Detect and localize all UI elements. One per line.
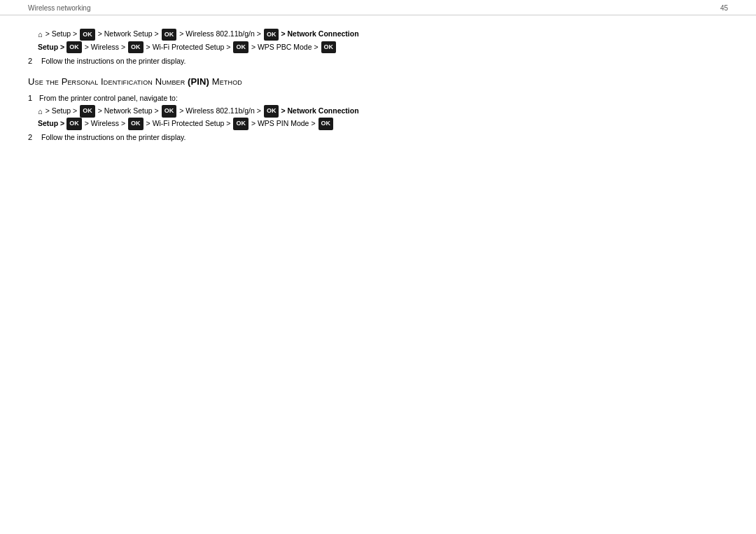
ok-badge-14: OK <box>318 118 334 129</box>
nav-network-connection-1: > Network Connection <box>281 28 358 41</box>
section1-step2-num: 2 <box>28 57 36 65</box>
heading-method: Method <box>212 76 242 87</box>
ok-badge-4: OK <box>66 41 82 53</box>
section2-step1-text: From the printer control panel, navigate… <box>39 94 178 102</box>
section2-breadcrumb-line1: ⌂ > Setup > OK > Network Setup > OK > Wi… <box>38 105 728 118</box>
heading-pin: (PIN) <box>188 76 212 87</box>
page-number: 45 <box>720 4 728 12</box>
ok-badge-11: OK <box>66 118 82 129</box>
section1-breadcrumb-block: ⌂ > Setup > OK > Network Setup > OK > Wi… <box>38 28 728 54</box>
section1-breadcrumb-line2: Setup > OK > Wireless > OK > Wi-Fi Prote… <box>38 41 728 54</box>
nav-wifi-protected-2: > Wi-Fi Protected Setup > <box>146 118 231 130</box>
section2-follow-text: Follow the instructions on the printer d… <box>41 133 186 141</box>
page-content: ⌂ > Setup > OK > Network Setup > OK > Wi… <box>0 15 756 155</box>
section2-breadcrumb-line2: Setup > OK > Wireless > OK > Wi-Fi Prote… <box>38 118 728 130</box>
ok-badge-1: OK <box>80 29 95 41</box>
page-header: Wireless networking 45 <box>0 0 756 15</box>
section1-step2-line: 2 Follow the instructions on the printer… <box>28 57 728 65</box>
nav-setup-bold-1: Setup > <box>38 41 64 54</box>
home-icon-1: ⌂ <box>38 28 43 41</box>
section2-breadcrumb-block: ⌂ > Setup > OK > Network Setup > OK > Wi… <box>38 105 728 131</box>
section2-step1: 1 From the printer control panel, naviga… <box>28 94 728 102</box>
section2-step1-num: 1 <box>28 94 36 102</box>
ok-badge-12: OK <box>128 118 144 129</box>
ok-badge-13: OK <box>233 118 248 129</box>
nav-arrow-1: > Setup > <box>46 28 78 41</box>
nav-wireless-3: > Wireless 802.11b/g/n > <box>179 105 261 118</box>
ok-badge-8: OK <box>80 105 95 117</box>
nav-wps-pin-2: > WPS PIN Mode > <box>251 118 316 130</box>
section2-step2-num: 2 <box>28 133 36 141</box>
nav-wireless-2: > Wireless > <box>85 41 125 54</box>
section1-follow-text: Follow the instructions on the printer d… <box>41 57 186 65</box>
ok-badge-9: OK <box>162 105 177 117</box>
ok-badge-5: OK <box>128 41 144 53</box>
ok-badge-6: OK <box>233 41 248 53</box>
header-left-text: Wireless networking <box>28 4 90 12</box>
section2-step2-line: 2 Follow the instructions on the printer… <box>28 133 728 141</box>
ok-badge-2: OK <box>162 29 177 41</box>
ok-badge-10: OK <box>264 105 279 117</box>
nav-arrow-2: > Setup > <box>46 105 78 118</box>
nav-wps-pbc-1: > WPS PBC Mode > <box>251 41 318 54</box>
nav-wireless-4: > Wireless > <box>85 118 125 130</box>
home-icon-2: ⌂ <box>38 105 43 118</box>
heading-use-the: Use the Personal Identification Number <box>28 76 188 87</box>
ok-badge-3: OK <box>264 29 279 41</box>
section1-breadcrumb-line1: ⌂ > Setup > OK > Network Setup > OK > Wi… <box>38 28 728 41</box>
nav-network-connection-2: > Network Connection <box>281 105 358 118</box>
nav-network-setup-2: > Network Setup > <box>98 105 159 118</box>
page-container: Wireless networking 45 ⌂ > Setup > OK > … <box>0 0 756 534</box>
nav-network-setup-1: > Network Setup > <box>98 28 159 41</box>
nav-wireless-1: > Wireless 802.11b/g/n > <box>179 28 261 41</box>
nav-setup-bold-2: Setup > <box>38 118 64 130</box>
nav-wifi-protected-1: > Wi-Fi Protected Setup > <box>146 41 231 54</box>
ok-badge-7: OK <box>321 41 337 53</box>
section2-heading: Use the Personal Identification Number (… <box>28 76 728 87</box>
